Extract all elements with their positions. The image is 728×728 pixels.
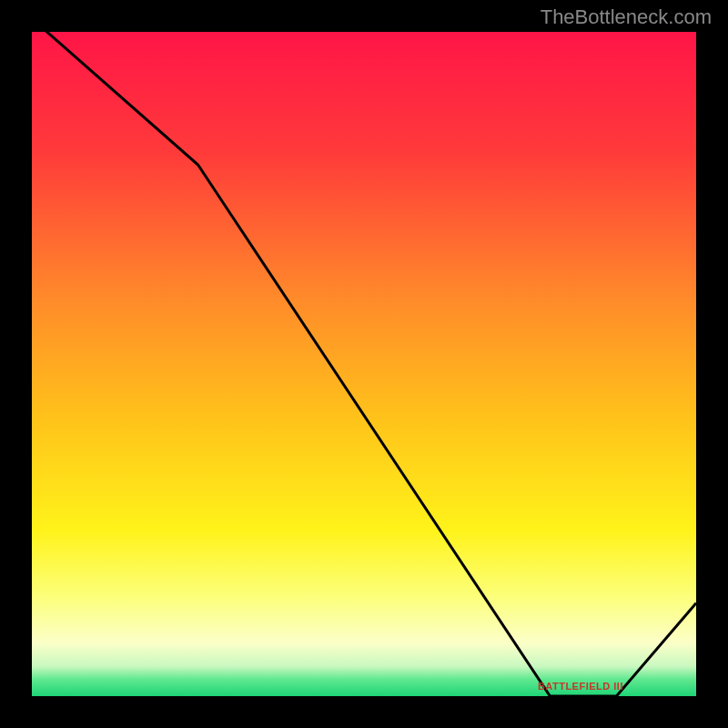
chart-plot-area: BATTLEFIELD III xyxy=(32,32,696,696)
annotation-label: BATTLEFIELD III xyxy=(538,681,623,692)
chart-background xyxy=(32,32,696,696)
chart-svg xyxy=(32,32,696,696)
watermark-text: TheBottleneck.com xyxy=(541,5,712,29)
